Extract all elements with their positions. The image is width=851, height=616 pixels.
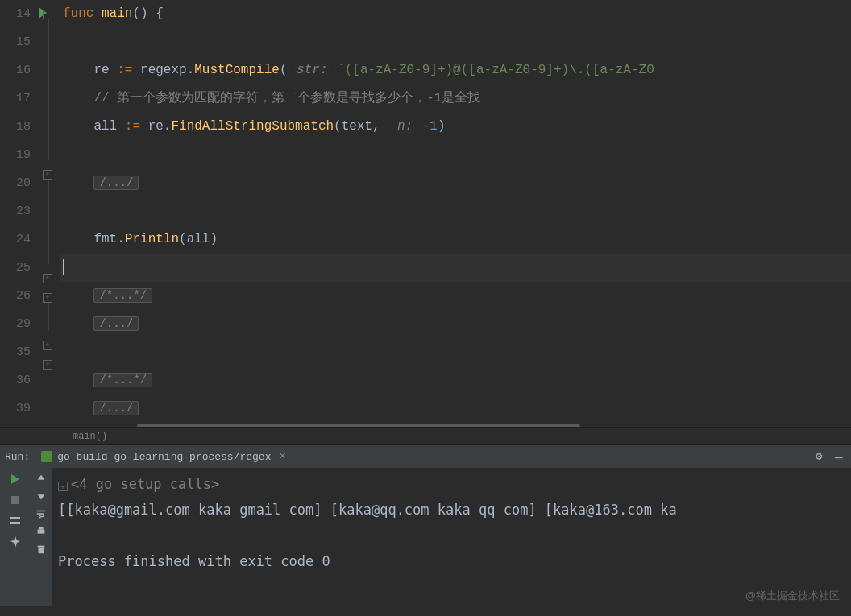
horizontal-scrollbar[interactable] bbox=[121, 423, 851, 427]
fold-toggle-icon[interactable]: + bbox=[43, 170, 52, 180]
watermark: @稀土掘金技术社区 bbox=[745, 589, 840, 603]
svg-rect-2 bbox=[10, 517, 20, 519]
variable: re bbox=[93, 63, 109, 77]
line-number[interactable]: 19 bbox=[0, 141, 31, 169]
keyword: func bbox=[63, 6, 93, 21]
output-line: <4 go setup calls> bbox=[71, 476, 219, 492]
output-line: [[kaka@gmail.com kaka gmail com] [kaka@q… bbox=[58, 497, 845, 523]
run-panel: Run: go build go-learning-process/regex … bbox=[0, 444, 851, 606]
print-icon[interactable] bbox=[35, 526, 47, 537]
down-icon[interactable] bbox=[35, 490, 47, 502]
line-number[interactable]: 26 bbox=[0, 282, 31, 310]
output-line: Process finished with exit code 0 bbox=[58, 548, 845, 574]
line-number[interactable]: 29 bbox=[0, 310, 31, 338]
param-hint: str: bbox=[295, 63, 329, 77]
operator: := bbox=[125, 119, 140, 134]
run-config-tab[interactable]: go build go-learning-process/regex × bbox=[36, 449, 291, 465]
line-number[interactable]: 18 bbox=[0, 113, 31, 141]
variable: all bbox=[93, 119, 117, 134]
layout-icon[interactable] bbox=[9, 515, 22, 527]
param-hint: n: bbox=[396, 119, 414, 134]
pin-icon[interactable] bbox=[9, 535, 22, 548]
scrollbar-thumb[interactable] bbox=[137, 424, 580, 427]
code-area[interactable]: func main() { re := regexp.MustCompile( … bbox=[60, 0, 851, 427]
folded-region[interactable]: /.../ bbox=[93, 316, 139, 331]
operator: := bbox=[117, 63, 132, 77]
line-number[interactable]: 17 bbox=[0, 85, 31, 113]
comment: // 第一个参数为匹配的字符，第二个参数是寻找多少个，-1是全找 bbox=[93, 91, 480, 105]
line-number[interactable]: 36 bbox=[0, 366, 31, 395]
breadcrumb[interactable]: main() bbox=[0, 427, 851, 444]
line-number-gutter[interactable]: 14 15 16 17 18 19 20 23 24 25 26 29 35 3… bbox=[0, 0, 35, 427]
go-icon bbox=[41, 451, 52, 462]
svg-rect-5 bbox=[39, 527, 43, 530]
line-number[interactable]: 39 bbox=[0, 395, 31, 423]
folded-region[interactable]: /.../ bbox=[93, 401, 139, 415]
fold-toggle-icon[interactable]: + bbox=[43, 360, 52, 370]
folded-region[interactable]: /.../ bbox=[93, 176, 139, 190]
fold-toggle-icon[interactable]: + bbox=[43, 341, 52, 350]
svg-rect-1 bbox=[11, 496, 19, 504]
up-icon[interactable] bbox=[35, 473, 47, 484]
close-icon[interactable]: × bbox=[279, 450, 285, 463]
editor-pane: 14 15 16 17 18 19 20 23 24 25 26 29 35 3… bbox=[0, 0, 851, 427]
folded-region[interactable]: /*...*/ bbox=[93, 373, 152, 387]
fold-toggle-icon[interactable]: + bbox=[43, 293, 52, 303]
console-output[interactable]: +<4 go setup calls> [[kaka@gmail.com kak… bbox=[52, 468, 851, 606]
fold-toggle-icon[interactable]: + bbox=[43, 274, 52, 283]
variable: re bbox=[148, 119, 164, 134]
run-panel-header: Run: go build go-learning-process/regex … bbox=[0, 445, 851, 468]
run-toolbar-secondary bbox=[31, 468, 52, 606]
package-ref: regexp bbox=[140, 63, 187, 77]
argument: text bbox=[342, 119, 372, 134]
line-number[interactable]: 35 bbox=[0, 338, 31, 366]
rerun-icon[interactable] bbox=[9, 473, 22, 486]
trash-icon[interactable] bbox=[35, 544, 47, 555]
run-label: Run: bbox=[5, 451, 30, 463]
svg-rect-4 bbox=[38, 529, 45, 533]
line-number[interactable]: 23 bbox=[0, 197, 31, 225]
minimize-icon[interactable]: — bbox=[835, 451, 846, 462]
string-literal: `([a-zA-Z0-9]+)@([a-zA-Z0-9]+)\.([a-zA-Z… bbox=[337, 63, 654, 77]
argument: all bbox=[187, 232, 210, 246]
stop-icon[interactable] bbox=[9, 494, 22, 506]
fold-toggle-icon[interactable]: − bbox=[43, 10, 52, 19]
wrap-icon[interactable] bbox=[35, 508, 47, 519]
line-number[interactable]: 20 bbox=[0, 169, 31, 197]
function-call: MustCompile bbox=[194, 63, 280, 77]
folded-region[interactable]: /*...*/ bbox=[93, 288, 152, 303]
line-number[interactable]: 25 bbox=[0, 254, 31, 282]
svg-rect-7 bbox=[38, 546, 45, 548]
svg-marker-0 bbox=[11, 474, 19, 484]
fold-column: − + + + + + bbox=[35, 0, 60, 427]
line-number[interactable]: 14 bbox=[0, 0, 31, 28]
gear-icon[interactable]: ⚙ bbox=[816, 451, 827, 462]
svg-rect-6 bbox=[39, 547, 44, 553]
fold-marker[interactable]: + bbox=[58, 482, 68, 491]
svg-rect-3 bbox=[10, 522, 20, 524]
line-number[interactable]: 24 bbox=[0, 225, 31, 254]
package-ref: fmt bbox=[93, 232, 117, 246]
func-name: main bbox=[102, 6, 132, 21]
text-cursor bbox=[63, 259, 64, 275]
number-literal: -1 bbox=[422, 119, 438, 134]
line-number[interactable]: 16 bbox=[0, 56, 31, 85]
function-call: Println bbox=[125, 232, 179, 246]
function-call: FindAllStringSubmatch bbox=[171, 119, 334, 134]
run-toolbar-primary bbox=[0, 468, 31, 606]
line-number[interactable]: 15 bbox=[0, 28, 31, 56]
run-tab-title: go build go-learning-process/regex bbox=[57, 451, 271, 463]
